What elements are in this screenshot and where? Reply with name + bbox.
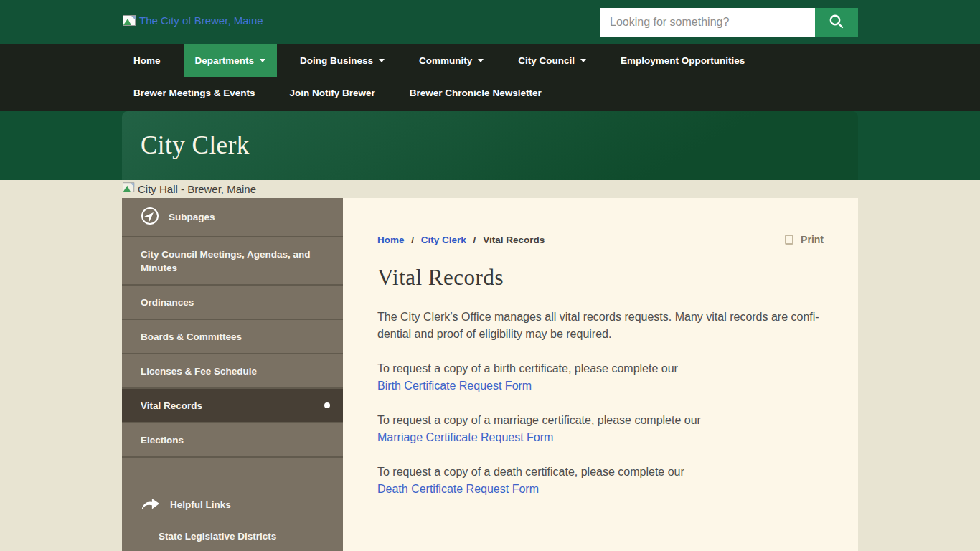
breadcrumb-separator: / [473,235,476,245]
chevron-down-icon [580,59,586,62]
sidebar-item-elections[interactable]: Elections [122,423,343,458]
nav-item-employment-opportunities[interactable]: Employment Opportunities [609,44,756,77]
breadcrumb-home-link[interactable]: Home [377,235,405,245]
search-button[interactable] [815,8,858,37]
page-banner: City Clerk [0,111,980,180]
sidebar-item-vital-records[interactable]: Vital Records [122,389,343,423]
search-input[interactable] [600,8,815,37]
site-search [600,8,858,37]
nav-item-join-notify-brewer[interactable]: Join Notify Brewer [278,77,387,109]
nav-item-home[interactable]: Home [122,44,172,77]
death-certificate-text: To request a copy of a death certificate… [377,463,824,481]
sidebar-item-boards-committees[interactable]: Boards & Committees [122,320,343,354]
page-banner-title: City Clerk [122,131,250,160]
search-icon [828,13,845,32]
hero-image: City Hall - Brewer, Maine [123,180,256,198]
birth-certificate-text: To request a copy of a birth certificate… [377,360,824,377]
breadcrumb-current: Vital Records [483,235,545,245]
broken-image-icon [123,15,137,27]
navigation-arrow-icon [141,207,159,227]
marriage-certificate-request-form-link[interactable]: Marriage Certificate Request Form [377,429,824,446]
helpful-links-header: Helpful Links [122,486,343,522]
breadcrumb-city-clerk-link[interactable]: City Clerk [421,235,466,245]
print-label: Print [801,234,824,245]
sidebar-item-state-legislative-districts[interactable]: State Legislative Districts [122,522,343,550]
subpages-label: Subpages [169,212,215,222]
chevron-down-icon [260,59,265,62]
death-certificate-section: To request a copy of a death certificate… [377,463,824,498]
curved-arrow-icon [141,496,161,513]
broken-image-icon [123,182,136,196]
intro-paragraph: The City Clerk’s Office manages all vita… [377,309,824,343]
sidebar: Subpages City Council Meetings, Agendas,… [122,198,343,551]
chevron-down-icon [379,59,385,62]
nav-item-brewer-meetings-events[interactable]: Brewer Meetings & Events [122,77,267,109]
sidebar-item-licenses-fee-schedule[interactable]: Licenses & Fee Schedule [122,354,343,389]
hero-image-alt-text: City Hall - Brewer, Maine [138,183,256,195]
print-icon [785,235,793,245]
main-navigation: Home Departments Doing Business Communit… [0,44,980,111]
site-header: The City of Brewer, Maine [0,0,980,44]
sidebar-item-city-council-meetings[interactable]: City Council Meetings, Agendas, and Minu… [122,237,343,286]
nav-item-departments[interactable]: Departments [184,44,278,77]
birth-certificate-section: To request a copy of a birth certificate… [377,360,824,395]
helpful-links-label: Helpful Links [170,499,231,510]
nav-item-brewer-chronicle-newsletter[interactable]: Brewer Chronicle Newsletter [398,77,553,109]
nav-item-city-council[interactable]: City Council [507,44,598,77]
sidebar-item-ordinances[interactable]: Ordinances [122,286,343,320]
site-logo[interactable]: The City of Brewer, Maine [123,14,263,27]
nav-item-doing-business[interactable]: Doing Business [288,44,396,77]
chevron-down-icon [478,59,484,62]
subpages-header: Subpages [122,198,343,237]
page-title: Vital Records [377,265,824,291]
nav-item-community[interactable]: Community [407,44,495,77]
breadcrumb-separator: / [411,235,414,245]
print-button[interactable]: Print [785,234,824,245]
page: The City of Brewer, Maine Home Departmen… [0,0,980,551]
site-logo-alt-text: The City of Brewer, Maine [139,14,263,27]
active-page-dot [324,402,330,408]
death-certificate-request-form-link[interactable]: Death Certificate Request Form [377,481,824,498]
breadcrumb: Home / City Clerk / Vital Records [377,235,545,245]
page-banner-panel: City Clerk [122,111,858,180]
nav-row-secondary: Brewer Meetings & Events Join Notify Bre… [0,77,980,109]
nav-row-primary: Home Departments Doing Business Communit… [0,44,980,77]
main-content: Home / City Clerk / Vital Records Print … [343,198,858,551]
birth-certificate-request-form-link[interactable]: Birth Certificate Request Form [377,377,824,395]
marriage-certificate-text: To request a copy of a marriage certific… [377,412,824,429]
marriage-certificate-section: To request a copy of a marriage certific… [377,412,824,446]
